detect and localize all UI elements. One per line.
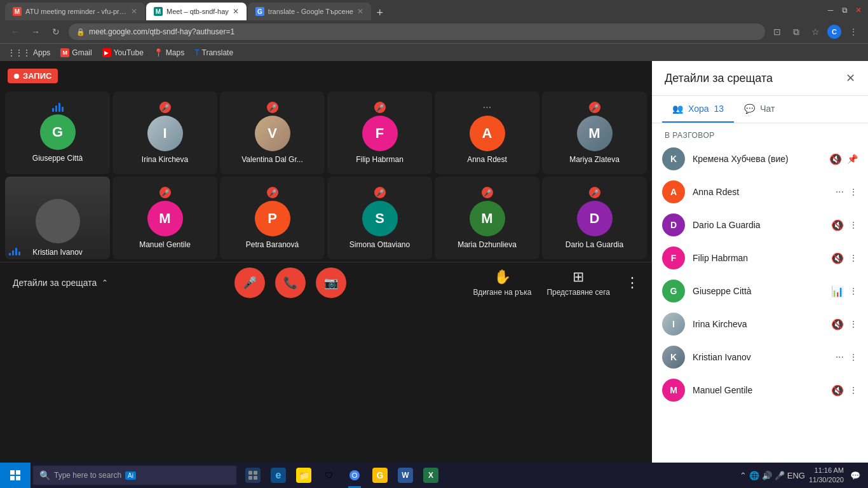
more-icon-dario[interactable]: ⋮ [849, 220, 858, 230]
avatar-manuel-s: M [662, 379, 685, 402]
screen-share-icon[interactable]: ⧉ [789, 25, 803, 39]
svg-point-10 [353, 473, 356, 477]
tab3-close[interactable]: ✕ [357, 7, 363, 16]
bookmark-translate[interactable]: T Translate [194, 48, 233, 57]
maximize-button[interactable]: ⧉ [840, 6, 849, 15]
star-icon[interactable]: ☆ [808, 25, 822, 39]
profile-button[interactable]: C [827, 25, 841, 39]
clock[interactable]: 11:16 AM 11/30/2020 [809, 466, 844, 485]
name-petra: Petra Baranová [246, 240, 299, 249]
browser-toolbar-icons: ⊡ ⧉ ☆ C ⋮ [770, 25, 860, 39]
mute-button[interactable]: 🎤 [234, 268, 265, 298]
more-icon-kristian[interactable]: ⋮ [849, 352, 858, 362]
more-icon-manuel[interactable]: ⋮ [849, 385, 858, 395]
mute-icon-valentina: 🎤 [269, 104, 276, 111]
taskbar-word[interactable]: W [394, 463, 417, 488]
avatar-filip-s: F [662, 247, 685, 269]
tab1-close[interactable]: ✕ [131, 7, 137, 16]
security-icon: 🛡 [322, 468, 337, 483]
bookmark-gmail[interactable]: M Gmail [60, 48, 92, 57]
minimize-button[interactable]: ─ [826, 6, 835, 15]
avatar-mariya: M [577, 116, 613, 151]
dots-anna: ··· [483, 102, 491, 113]
chevron-up-tray[interactable]: ⌃ [740, 471, 747, 480]
tab-chat[interactable]: 💬 Чат [734, 96, 785, 123]
tab-meet[interactable]: M Meet – qtb-sndf-hay ✕ [146, 3, 247, 20]
network-icon[interactable]: 🌐 [749, 471, 759, 480]
name-anna: Anna Rdest [467, 155, 507, 164]
avatar-valentina: V [255, 116, 290, 151]
tab2-close[interactable]: ✕ [233, 7, 239, 16]
taskbar-edge[interactable]: e [267, 463, 290, 488]
video-cell-simona: 🎤 S Simona Ottaviano [327, 177, 432, 259]
video-cell-kristian: Kristian Ivanov [5, 177, 110, 259]
taskbar-security[interactable]: 🛡 [318, 463, 341, 488]
present-now-button[interactable]: ⊞ Представяне сега [546, 269, 610, 297]
time: 11:16 AM [809, 466, 844, 475]
mute-icon-mariya: 🎤 [591, 104, 599, 111]
tab-atu-meeting[interactable]: M ATU meeting reminder - vfu-pro... ✕ [5, 3, 145, 20]
mic-off-icon-irina: 🔇 [831, 318, 844, 330]
end-call-icon: 📞 [283, 276, 297, 290]
avatar-kristian-s: K [662, 346, 685, 369]
kbar3 [15, 248, 17, 255]
camera-button[interactable]: 📷 [316, 268, 346, 298]
avatar-giuseppe-s: G [662, 280, 685, 302]
close-sidebar-button[interactable]: ✕ [846, 71, 855, 85]
taskbar-task-view[interactable] [241, 463, 264, 488]
chrome-icon [347, 468, 362, 483]
end-call-button[interactable]: 📞 [275, 268, 306, 298]
svg-rect-0 [10, 470, 15, 475]
more-icon-filip[interactable]: ⋮ [849, 253, 858, 263]
back-button[interactable]: ← [8, 24, 23, 39]
meeting-details-button[interactable]: Детайли за срещата ⌃ [13, 278, 108, 288]
chat-icon: 💬 [744, 104, 755, 114]
svg-rect-2 [10, 476, 15, 480]
pin-icon[interactable]: 📌 [847, 154, 858, 164]
tab-people[interactable]: 👥 Хора 13 [662, 96, 734, 123]
bookmark-maps[interactable]: 📍 Maps [154, 48, 184, 57]
search-bar[interactable]: 🔍 Type here to search Ai [33, 466, 236, 485]
window-controls: ─ ⧉ ✕ [818, 6, 863, 15]
forward-button[interactable]: → [28, 24, 43, 39]
microphone-tray-icon[interactable]: 🎤 [775, 471, 785, 480]
cast-icon[interactable]: ⊡ [770, 25, 784, 39]
video-cell-giuseppe: G Giuseppe Città [5, 92, 110, 174]
url-bar[interactable]: 🔒 meet.google.com/qtb-sndf-hay?authuser=… [69, 24, 765, 40]
more-icon-anna[interactable]: ⋮ [849, 187, 858, 197]
mute-maria: 🎤 [482, 187, 493, 198]
name-maria: Maria Dzhunlieva [458, 240, 517, 249]
eng-label[interactable]: ENG [787, 471, 805, 480]
raise-hand-button[interactable]: ✋ Вдигане на ръка [473, 269, 531, 297]
tab-translate[interactable]: G translate - Google Търсене ✕ [248, 3, 371, 20]
more-icon-giuseppe[interactable]: ⋮ [849, 286, 858, 296]
mute-valentina: 🎤 [267, 102, 278, 113]
meeting-details-text: Детайли за срещата [13, 278, 97, 288]
list-item: K Kristian Ivanov ··· ⋮ [652, 341, 868, 374]
volume-icon[interactable]: 🔊 [762, 471, 772, 480]
more-options-button[interactable]: ⋮ [625, 274, 639, 291]
name-kristian-s: Kristian Ivanov [693, 352, 828, 362]
taskbar-g-app[interactable]: G [369, 463, 391, 488]
tab2-favicon: M [154, 7, 163, 16]
mic-off-icon-dario: 🔇 [831, 219, 844, 231]
video-area: ЗАПИС G Giuseppe Città 🎤 I [0, 61, 652, 463]
refresh-button[interactable]: ↻ [48, 24, 64, 39]
list-item: I Irina Kircheva 🔇 ⋮ [652, 308, 868, 341]
taskbar-file-explorer[interactable]: 📁 [292, 463, 315, 488]
bookmark-apps[interactable]: ⋮⋮⋮ Apps [8, 48, 50, 57]
taskbar-chrome[interactable] [343, 463, 366, 488]
menu-button[interactable]: ⋮ [846, 25, 860, 39]
excel-icon: X [423, 468, 438, 483]
notification-button[interactable]: 💬 [848, 463, 863, 488]
close-button[interactable]: ✕ [854, 6, 863, 15]
name-dario-s: Dario La Guardia [693, 220, 824, 230]
bookmark-youtube[interactable]: ▶ YouTube [102, 48, 144, 57]
ai-badge: Ai [125, 471, 136, 480]
start-button[interactable] [0, 463, 31, 488]
new-tab-button[interactable]: + [372, 5, 388, 20]
avatar-maria: M [470, 201, 505, 236]
taskbar-excel[interactable]: X [419, 463, 442, 488]
more-icon-irina[interactable]: ⋮ [849, 319, 858, 329]
search-icon: 🔍 [39, 470, 50, 480]
